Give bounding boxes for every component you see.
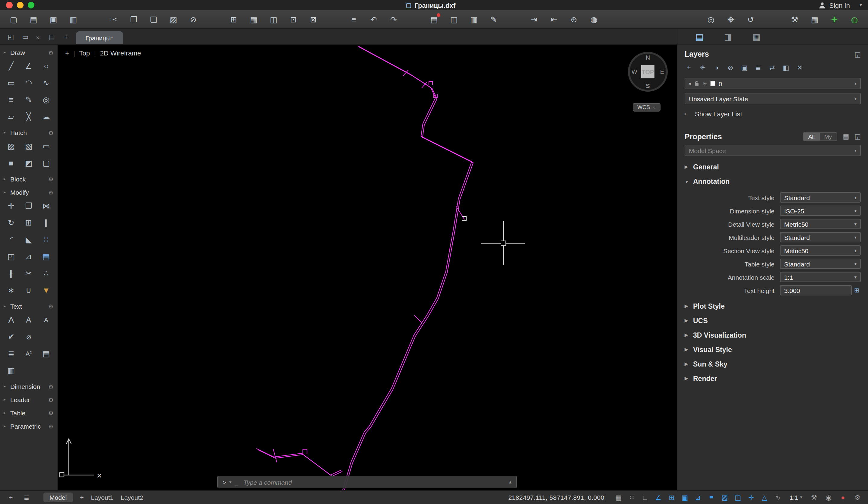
sidebar-section-leader-header[interactable]: ▸ Leader ⚙ xyxy=(0,394,57,405)
layout-list-icon[interactable]: ≣ xyxy=(22,493,31,501)
pdf-import-tool[interactable]: ▥ xyxy=(4,364,18,376)
gear-icon[interactable]: ⚙ xyxy=(48,396,54,403)
sidebar-section-text-header[interactable]: ▸ Text ⚙ xyxy=(0,301,57,312)
zoom-button[interactable] xyxy=(28,2,34,9)
pan-tool-button[interactable]: ✥ xyxy=(724,13,737,25)
graphics-performance-toggle[interactable]: ∿ xyxy=(773,493,782,501)
object-snap-tracking-toggle[interactable]: ⊿ xyxy=(694,493,703,501)
tool-sets-button[interactable]: ⚒ xyxy=(788,13,801,25)
layers-properties-tab[interactable]: ▤ xyxy=(695,32,703,41)
explode-tool[interactable]: ∗ xyxy=(4,284,18,296)
section-ucs[interactable]: ▶UCS xyxy=(685,317,861,324)
section-3d-visualization[interactable]: ▶3D Visualization xyxy=(685,332,861,339)
break-tool[interactable]: ∦ xyxy=(4,267,18,279)
region-tool[interactable]: ▱ xyxy=(4,110,18,122)
viewport-presets-icon[interactable]: ◰ xyxy=(6,32,16,42)
gradient-tool[interactable]: ▧ xyxy=(22,140,35,152)
sidebar-section-modify-header[interactable]: ▸ Modify ⚙ xyxy=(0,187,57,198)
command-input[interactable]: Type a command xyxy=(244,479,506,486)
text-height-input[interactable]: 3.000▾ xyxy=(780,285,852,295)
move-tool[interactable]: ✛ xyxy=(4,200,18,212)
annotation-monitor-icon[interactable]: ◉ xyxy=(824,493,833,501)
viewport-button[interactable]: ⊞ xyxy=(227,13,240,25)
command-expand-icon[interactable]: ▴ xyxy=(509,479,512,485)
spell-check-tool[interactable]: ✔ xyxy=(4,330,18,343)
selection-cycling-toggle[interactable]: ◫ xyxy=(733,493,743,501)
fillet-tool[interactable]: ◜ xyxy=(4,233,18,245)
redo-button[interactable]: ↷ xyxy=(387,13,400,25)
gear-icon[interactable]: ⚙ xyxy=(48,189,54,196)
panel-collapse-icon[interactable]: ◲ xyxy=(855,50,861,58)
command-line[interactable]: > ▾ _ Type a command ▴ xyxy=(217,476,517,488)
viewport-single-icon[interactable]: ▭ xyxy=(20,32,31,42)
gear-icon[interactable]: ⚙ xyxy=(48,129,54,136)
trim-tool[interactable]: ✂ xyxy=(22,267,35,279)
dimension-style-select[interactable]: ISO-25▾ xyxy=(780,206,861,216)
add-layout-tab-button[interactable]: + xyxy=(80,494,84,501)
orbit-tool-button[interactable]: ↺ xyxy=(744,13,757,25)
sidebar-section-dimension-header[interactable]: ▸ Dimension ⚙ xyxy=(0,381,57,392)
section-visual-style[interactable]: ▶Visual Style xyxy=(685,346,861,353)
properties-float-icon[interactable]: ◲ xyxy=(855,133,861,140)
annotation-visibility-toggle[interactable]: △ xyxy=(760,493,769,501)
zoom-extents-button[interactable]: ⊠ xyxy=(307,13,320,25)
compass-top-face[interactable]: TOP xyxy=(641,65,654,78)
erase-button[interactable]: ⊘ xyxy=(187,13,200,25)
text-style-select[interactable]: Standard▾ xyxy=(780,192,861,202)
copy-button[interactable]: ❐ xyxy=(127,13,140,25)
new-layer-icon[interactable]: + xyxy=(685,64,693,72)
distribute-tool[interactable]: ∷ xyxy=(40,233,53,245)
layer-merge-icon[interactable]: ⇄ xyxy=(768,64,776,72)
single-line-text-tool[interactable]: A xyxy=(22,314,35,326)
chevron-down-icon[interactable]: ▾ xyxy=(855,96,857,101)
annotate-button[interactable]: ✎ xyxy=(487,13,500,25)
multiline-tool[interactable]: ≡ xyxy=(4,93,18,105)
construction-line-tool[interactable]: ╳ xyxy=(22,110,35,122)
divide-tool[interactable]: ∴ xyxy=(40,267,53,279)
filter-my-button[interactable]: My xyxy=(819,133,837,140)
layer-group-icon[interactable]: ≣ xyxy=(754,64,763,72)
navigation-compass[interactable]: N S W E TOP xyxy=(628,52,668,92)
box-3d-tool[interactable]: ◰ xyxy=(4,250,18,262)
boundary-tool[interactable]: ▭ xyxy=(40,140,53,152)
gear-icon[interactable]: ⚙ xyxy=(48,410,54,416)
dynamic-input-toggle[interactable]: ✛ xyxy=(747,493,756,501)
settings-gear-icon[interactable]: ⚙ xyxy=(853,493,862,501)
spline-tool[interactable]: ∿ xyxy=(40,76,53,88)
space-selector[interactable]: Model Space ▾ xyxy=(685,145,861,156)
compass-north[interactable]: N xyxy=(646,54,650,61)
undo-button[interactable]: ↶ xyxy=(367,13,380,25)
text-edit-tool[interactable]: A xyxy=(40,314,53,326)
annotation-scale-control[interactable]: 1:1 ▾ xyxy=(789,494,802,501)
section-plot-style[interactable]: ▶Plot Style xyxy=(685,303,861,310)
multileader-style-select[interactable]: Standard▾ xyxy=(780,232,861,242)
chevron-down-icon[interactable]: ▾ xyxy=(229,480,231,484)
create-button[interactable]: ✚ xyxy=(828,13,841,25)
hatch-tool[interactable]: ▨ xyxy=(4,140,18,152)
properties-settings-icon[interactable]: ▤ xyxy=(843,133,849,140)
save-button[interactable]: ▣ xyxy=(47,13,60,25)
gear-icon[interactable]: ⚙ xyxy=(48,303,54,309)
reference-manager-button[interactable]: ▦ xyxy=(808,13,821,25)
workspace-icon[interactable]: ⚒ xyxy=(809,493,818,501)
line-tool[interactable]: ╱ xyxy=(4,60,18,72)
solid-fill-tool[interactable]: ■ xyxy=(4,157,18,169)
layer-visibility-icon[interactable]: ☀ xyxy=(699,64,707,72)
autodesk-account-button[interactable]: ◍ xyxy=(848,13,861,25)
layer-isolate-icon[interactable]: ◧ xyxy=(782,64,790,72)
copy-tool[interactable]: ❐ xyxy=(22,200,35,212)
add-layout-icon[interactable]: + xyxy=(6,493,16,501)
section-render[interactable]: ▶Render xyxy=(685,375,861,382)
tool-sets-tab[interactable]: ◨ xyxy=(724,32,732,41)
attach-reference-button[interactable]: ⊕ xyxy=(568,13,580,25)
text-scale-tool[interactable]: A² xyxy=(22,347,35,359)
minimize-button[interactable] xyxy=(17,2,23,9)
point-style-tool[interactable]: ▼ xyxy=(40,284,53,296)
lineweight-toggle[interactable]: ≡ xyxy=(707,493,716,501)
new-file-button[interactable]: ▢ xyxy=(7,13,20,25)
close-button[interactable] xyxy=(6,2,13,9)
sidebar-section-table-header[interactable]: ▸ Table ⚙ xyxy=(0,408,57,418)
view-previous-button[interactable]: ◫ xyxy=(267,13,280,25)
polyline-tool[interactable]: ∠ xyxy=(22,60,35,72)
drawing-tab-granitsy[interactable]: Границы* xyxy=(76,31,123,44)
